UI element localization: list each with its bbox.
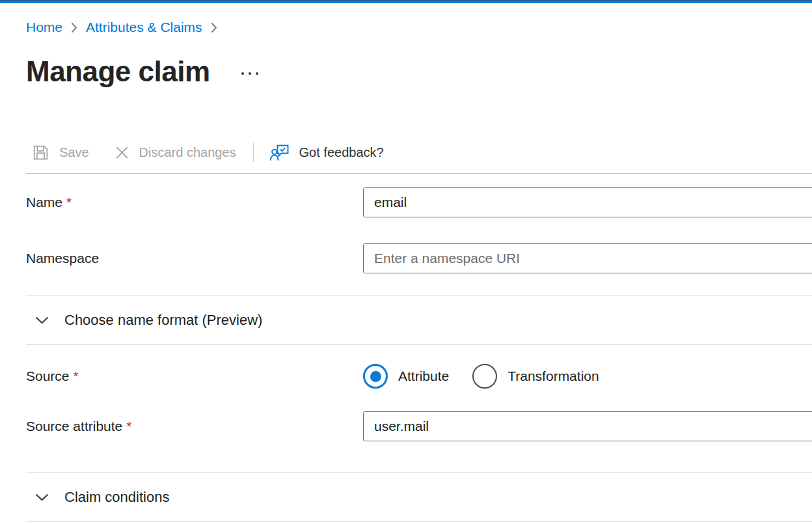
- page-content: Home Attributes & Claims Manage claim: [0, 19, 812, 522]
- command-bar: Save Discard changes Got feedback?: [26, 138, 812, 167]
- radio-option-transformation[interactable]: Transformation: [472, 364, 599, 389]
- divider: [26, 173, 812, 174]
- name-field-label: Name*: [26, 195, 363, 210]
- discard-changes-button[interactable]: Discard changes: [114, 145, 236, 161]
- radio-button-icon[interactable]: [363, 364, 388, 389]
- got-feedback-button[interactable]: Got feedback?: [269, 143, 384, 162]
- namespace-input[interactable]: [363, 243, 812, 273]
- breadcrumb-home-link[interactable]: Home: [26, 19, 62, 36]
- chevron-right-icon: [211, 22, 217, 33]
- toolbar-separator: [253, 143, 254, 162]
- divider: [26, 521, 812, 522]
- chevron-down-icon: [35, 316, 49, 324]
- namespace-field-label: Namespace: [26, 251, 363, 266]
- page-title: Manage claim: [26, 54, 210, 89]
- ellipsis-icon: [249, 72, 251, 75]
- radio-label: Transformation: [508, 368, 599, 384]
- breadcrumb-attributes-claims-link[interactable]: Attributes & Claims: [86, 19, 202, 36]
- context-menu-button[interactable]: [237, 68, 262, 79]
- radio-button-icon[interactable]: [472, 364, 497, 389]
- required-asterisk: *: [74, 368, 79, 383]
- source-attribute-input[interactable]: [363, 411, 812, 441]
- source-radio-group: Attribute Transformation: [363, 364, 812, 389]
- close-icon: [114, 145, 130, 161]
- name-input[interactable]: [363, 187, 812, 217]
- got-feedback-label: Got feedback?: [299, 145, 384, 160]
- name-field-row: Name*: [26, 187, 812, 217]
- source-field-label: Source*: [26, 368, 363, 384]
- radio-label: Attribute: [398, 368, 449, 384]
- discard-changes-label: Discard changes: [139, 145, 236, 160]
- save-icon: [31, 143, 50, 162]
- ellipsis-icon: [241, 72, 244, 75]
- save-button[interactable]: Save: [31, 143, 89, 162]
- radio-option-attribute[interactable]: Attribute: [363, 364, 449, 389]
- required-asterisk: *: [126, 419, 131, 434]
- required-asterisk: *: [66, 195, 72, 210]
- chevron-down-icon: [35, 493, 49, 501]
- ellipsis-icon: [256, 72, 258, 75]
- source-attribute-field-row: Source attribute*: [26, 411, 812, 441]
- section-title: Claim conditions: [64, 489, 169, 506]
- breadcrumb: Home Attributes & Claims: [26, 19, 812, 36]
- section-claim-conditions[interactable]: Claim conditions: [26, 473, 812, 521]
- section-title: Choose name format (Preview): [64, 312, 262, 329]
- section-choose-name-format[interactable]: Choose name format (Preview): [26, 296, 812, 344]
- chevron-right-icon: [71, 22, 77, 33]
- divider: [26, 344, 812, 345]
- save-button-label: Save: [59, 145, 89, 160]
- source-field-row: Source* Attribute Transformation: [26, 363, 812, 389]
- feedback-icon: [269, 143, 290, 162]
- source-attribute-field-label: Source attribute*: [26, 419, 363, 434]
- title-row: Manage claim: [26, 54, 812, 89]
- namespace-field-row: Namespace: [26, 243, 812, 273]
- top-accent-bar: [0, 0, 812, 3]
